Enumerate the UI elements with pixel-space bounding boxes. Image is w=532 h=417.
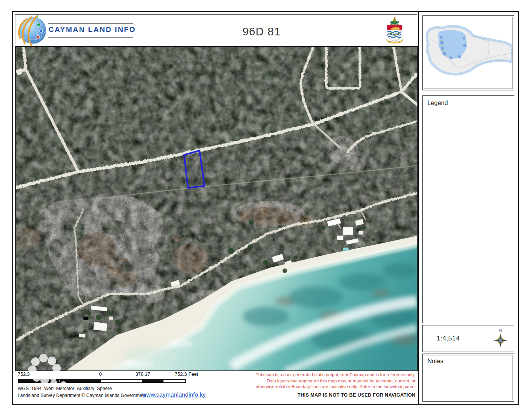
- notes-panel: Notes: [422, 354, 514, 402]
- logo-rule-bottom: [48, 37, 133, 38]
- cayman-coat-of-arms-icon: [382, 16, 407, 43]
- logo-wordmark: CAYMAN LAND INFO: [48, 25, 137, 34]
- scalebar-label-mid: 376.17: [133, 372, 152, 377]
- grand-cayman-inset-icon: [424, 17, 512, 88]
- legend-title: Legend: [427, 100, 448, 107]
- scalebar-segment: [142, 380, 163, 382]
- disclaimer-line: otherwise reliable.Boundary lines are in…: [200, 384, 415, 390]
- legend-panel: Legend: [422, 95, 514, 323]
- scalebar-label-left: 752.3: [18, 372, 30, 377]
- scalebar-label-zero: 0: [97, 372, 104, 377]
- north-label: N: [499, 329, 502, 333]
- north-arrow-icon: N: [492, 327, 509, 350]
- logo-rule-top: [48, 23, 133, 24]
- scale-ratio: 1:4,514: [437, 335, 460, 342]
- notes-title: Notes: [427, 358, 444, 365]
- projection-text: WGS_1984_Web_Mercator_Auxiliary_Sphere: [18, 386, 112, 391]
- scalebar-segment: [60, 380, 101, 382]
- scalebar-segment: [163, 380, 185, 382]
- disclaimer-line: Data layers that appear on this map may …: [200, 378, 415, 384]
- overview-inset-map: [422, 15, 514, 90]
- scalebar-unit: Feet: [188, 372, 198, 377]
- cayman-land-info-logo-icon: [16, 15, 48, 46]
- page-title: 96D 81: [210, 25, 314, 38]
- navigation-warning: THIS MAP IS NOT TO BE USED FOR NAVIGATIO…: [200, 392, 415, 398]
- disclaimer-line: This map is a user generated static outp…: [200, 372, 415, 378]
- map-viewport: [15, 46, 418, 371]
- copyright-text: Lands and Survey Department © Cayman Isl…: [18, 393, 146, 398]
- scalebar-segment: [18, 380, 59, 382]
- scalebar-label-right: 752.3: [171, 372, 190, 377]
- aerial-imagery: [16, 47, 417, 370]
- scalebar: [18, 379, 186, 383]
- scalebar-segment: [101, 380, 142, 382]
- inset-map-frame: [424, 17, 513, 89]
- disclaimer-text: This map is a user generated static outp…: [200, 372, 415, 390]
- scale-panel: 1:4,514 N: [422, 325, 514, 352]
